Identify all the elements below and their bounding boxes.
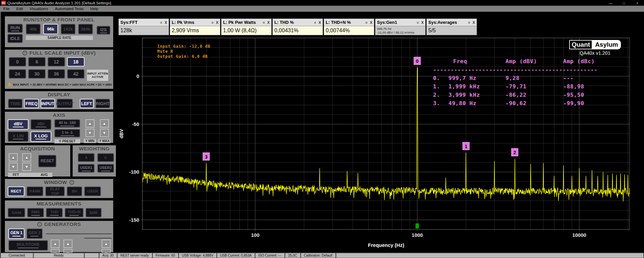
weighting-c-button[interactable]: C xyxy=(97,153,114,162)
tile-menu-icon[interactable]: ≡ xyxy=(365,20,367,25)
weighting-user1-button[interactable]: USER1 xyxy=(78,164,95,173)
generator-freq-marker[interactable] xyxy=(416,223,419,228)
tile-menu-icon[interactable]: ≡ xyxy=(211,20,213,25)
tile-menu-icon[interactable]: ≡ xyxy=(417,20,419,25)
tile-sys-averages[interactable]: Sys:Averages ≡X 5/5 xyxy=(426,18,477,35)
y-min-up-button[interactable]: ▲ xyxy=(86,119,95,128)
fsi-24-button[interactable]: 24 xyxy=(9,69,26,79)
tile-sys-fft[interactable]: Sys:FFT ≡X 128k xyxy=(118,18,169,35)
tile-close-icon[interactable]: X xyxy=(267,20,270,25)
menu-edit[interactable]: Edit xyxy=(13,7,26,11)
panel-acquisition: ACQUISITION ▲ ▼ ▲ ▼ RESET FFT AVG xyxy=(5,145,70,177)
peak-marker-0[interactable]: 0 xyxy=(414,57,421,65)
sample-rate-192k-button[interactable]: 192k xyxy=(61,24,75,34)
gen-adjust-up-button[interactable]: ▲ xyxy=(51,240,60,248)
tile-sys-gen1[interactable]: Sys:Gen1 ≡X 999,75 Hz-21,00 dBV / 89,12 … xyxy=(375,18,426,35)
gen2-button[interactable]: GEN 2 xyxy=(26,228,43,239)
gen-slider-track[interactable] xyxy=(46,233,112,234)
y-max-down-button[interactable]: ▼ xyxy=(100,129,109,137)
maximize-button[interactable]: □ xyxy=(617,0,631,6)
tile-close-icon[interactable]: X xyxy=(473,20,475,25)
y-tick-label: -100 xyxy=(129,169,139,175)
tile-thd[interactable]: L: THD % ≡X 0,00431% xyxy=(272,18,323,35)
axis-xlin-button[interactable]: X LIN xyxy=(8,131,29,142)
gen1-button[interactable]: GEN 1 xyxy=(8,228,24,239)
menu-help[interactable]: Help xyxy=(87,7,102,11)
fft-size-down-button[interactable]: ▼ xyxy=(9,163,18,171)
window-flattop-button[interactable]: FLAT TOP xyxy=(45,186,65,196)
gen-adjust-up-button[interactable]: ▲ xyxy=(102,240,111,248)
meas-snr-button[interactable]: SNR xyxy=(86,208,102,217)
y-preset-1-to--1-button[interactable]: 1 to -1 xyxy=(54,129,80,137)
fsi-0-button[interactable]: 0 xyxy=(9,57,26,67)
tile-menu-icon[interactable]: ≡ xyxy=(160,20,162,25)
axis-xlog-button[interactable]: X LOG xyxy=(31,131,51,142)
annotation-mute: Mute R xyxy=(157,49,210,54)
meas-thd-button[interactable]: THD xyxy=(46,208,63,217)
meas-gain-button[interactable]: GAIN xyxy=(8,208,25,217)
help-icon[interactable]: ? xyxy=(37,222,42,227)
tile-close-icon[interactable]: X xyxy=(319,20,321,25)
window-hann-button[interactable]: HANN xyxy=(26,186,43,196)
multitone-button[interactable]: MULTITONE xyxy=(8,240,48,251)
tile-close-icon[interactable]: X xyxy=(216,20,218,25)
tile-menu-icon[interactable]: ≡ xyxy=(314,20,316,25)
gen-adjust-up-button[interactable]: ▲ xyxy=(63,240,72,248)
display-freq-button[interactable]: FREQ xyxy=(24,99,39,108)
display-input-button[interactable]: INPUT xyxy=(41,99,55,108)
sample-rate-48k-button[interactable]: 48k xyxy=(26,24,41,34)
fsi-42-button[interactable]: 42 xyxy=(67,69,85,79)
fsi-12-button[interactable]: 12 xyxy=(48,57,65,67)
menu-file[interactable]: File xyxy=(0,7,13,11)
sample-rate-384k-button[interactable]: 384k xyxy=(78,24,93,34)
fsi-6-button[interactable]: 6 xyxy=(28,57,46,67)
help-icon[interactable]: ? xyxy=(69,180,74,185)
avg-down-button[interactable]: ▼ xyxy=(22,163,31,171)
i2s-button[interactable]: I2S xyxy=(97,26,110,35)
tile-close-icon[interactable]: X xyxy=(370,20,372,25)
display-time-button[interactable]: TIME xyxy=(8,99,22,108)
close-button[interactable]: × xyxy=(631,0,644,6)
tile-sys-gen1-value: 999,75 Hz-21,00 dBV / 89,12 mVrms xyxy=(375,26,425,35)
axis-dbv-button[interactable]: dBV xyxy=(8,119,29,130)
fsi-30-button[interactable]: 30 xyxy=(28,69,46,79)
peak-marker-2[interactable]: 2 xyxy=(512,148,518,156)
tile-close-icon[interactable]: X xyxy=(421,20,424,25)
reset-averages-button[interactable]: RESET xyxy=(38,155,56,167)
display-left-button[interactable]: LEFT xyxy=(80,99,94,108)
tile-pk-vrms[interactable]: L: Pk Vrms ≡X 2,909 Vrms xyxy=(170,18,220,35)
gen-slider-track[interactable] xyxy=(84,238,112,239)
display-output-button[interactable]: OUTPUT xyxy=(57,99,73,108)
fsi-36-button[interactable]: 36 xyxy=(48,69,65,79)
weighting-a-button[interactable]: A xyxy=(78,153,95,162)
y-min-down-button[interactable]: ▼ xyxy=(86,129,95,137)
menu-automated-tests[interactable]: Automated Tests xyxy=(52,7,87,11)
window-bh-button[interactable]: BH xyxy=(67,186,82,196)
tile-menu-icon[interactable]: ≡ xyxy=(263,20,265,25)
fsi-18-button[interactable]: 18 xyxy=(67,57,85,67)
display-right-button[interactable]: RIGHT xyxy=(95,99,110,108)
tile-thdn[interactable]: L: THD+N % ≡X 0,00744% xyxy=(324,18,374,35)
tile-close-icon[interactable]: X xyxy=(165,20,167,25)
tile-pk-pwr[interactable]: L: Pk Pwr Watts ≡X 1,00 W (8,4Ω) xyxy=(221,18,272,35)
y-preset-label: Y PRESET xyxy=(54,139,80,143)
y-max-up-button[interactable]: ▲ xyxy=(100,119,109,128)
sample-rate-96k-button[interactable]: 96k xyxy=(43,24,58,34)
idle-button[interactable]: IDLE xyxy=(7,34,23,43)
window-user-button[interactable]: USER xyxy=(84,186,101,196)
minimize-button[interactable]: — xyxy=(604,0,617,6)
help-icon[interactable]: ? xyxy=(22,51,27,55)
weighting-user2-button[interactable]: USER2 xyxy=(97,164,114,173)
menu-visualizers[interactable]: Visualizers xyxy=(26,7,51,11)
tile-menu-icon[interactable]: ≡ xyxy=(468,20,470,25)
meas-rms-button[interactable]: RMS xyxy=(27,208,44,217)
run-button[interactable]: RUN xyxy=(7,24,23,33)
avg-up-button[interactable]: ▲ xyxy=(22,153,31,162)
y-preset-40-to--160-button[interactable]: 40 to -160 xyxy=(54,119,80,128)
fft-size-up-button[interactable]: ▲ xyxy=(9,153,18,162)
peak-marker-3[interactable]: 3 xyxy=(203,153,210,160)
peak-marker-1[interactable]: 1 xyxy=(463,142,469,150)
axis-dbr-button[interactable]: dBr xyxy=(31,119,51,130)
window-rect-button[interactable]: RECT xyxy=(8,186,24,196)
meas-thdn-button[interactable]: THD+N xyxy=(65,208,84,217)
